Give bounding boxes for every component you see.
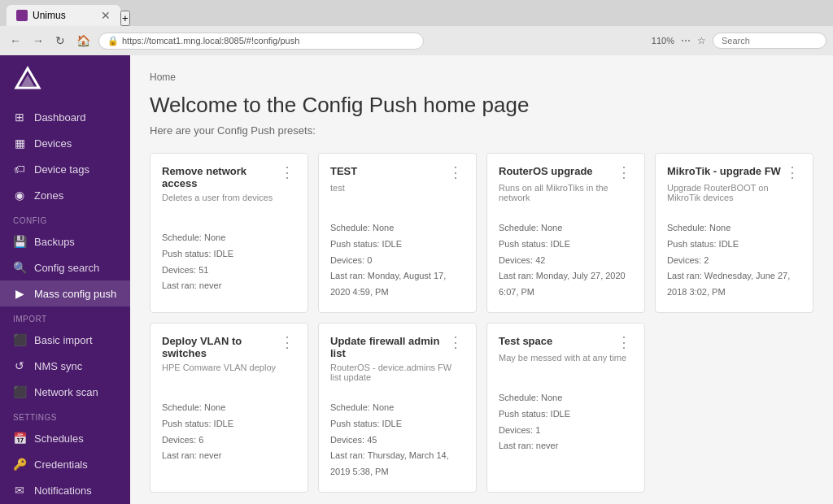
- sidebar-item-notifications[interactable]: ✉ Notifications: [0, 477, 130, 503]
- bookmark-icon[interactable]: ☆: [697, 35, 706, 46]
- sidebar-item-label: NMS sync: [34, 360, 82, 372]
- sidebar-item-zones[interactable]: ◉ Zones: [0, 182, 130, 208]
- browser-tab[interactable]: Unimus ✕: [7, 5, 120, 26]
- preset-meta: Schedule: None Push status: IDLE Devices…: [330, 400, 464, 480]
- sidebar-item-label: Schedules: [34, 432, 84, 445]
- tab-title: Unimus: [33, 10, 66, 21]
- breadcrumb: Home: [150, 72, 813, 83]
- sidebar-item-label: Mass config push: [34, 288, 116, 300]
- home-button[interactable]: 🏠: [73, 33, 94, 49]
- sidebar-item-mass-config-push[interactable]: ▶ Mass config push: [0, 280, 130, 306]
- sidebar: ⊞ Dashboard ▦ Devices 🏷 Device tags ◉ Zo…: [0, 55, 130, 504]
- config-search-icon: 🔍: [13, 261, 26, 274]
- preset-last-ran: Last ran: Wednesday, June 27, 2018 3:02,…: [667, 268, 801, 301]
- preset-menu-button[interactable]: ⋮: [615, 165, 633, 180]
- preset-desc: Upgrade RouterBOOT on MikroTik devices: [667, 183, 801, 207]
- preset-last-ran: Last ran: never: [499, 438, 633, 454]
- preset-name: RouterOS upgrade: [499, 165, 615, 177]
- preset-card-header: Test space ⋮: [499, 335, 633, 350]
- preset-devices: Devices: 0: [330, 253, 464, 269]
- preset-desc: RouterOS - device.admins FW list update: [330, 363, 464, 387]
- sidebar-item-config-search[interactable]: 🔍 Config search: [0, 254, 130, 280]
- preset-card-test[interactable]: TEST ⋮ test Schedule: None Push status: …: [318, 153, 477, 313]
- sidebar-item-credentials[interactable]: 🔑 Credentials: [0, 451, 130, 477]
- preset-card-header: TEST ⋮: [330, 165, 464, 180]
- preset-name: TEST: [330, 165, 447, 177]
- preset-devices: Devices: 1: [499, 423, 633, 439]
- preset-menu-button[interactable]: ⋮: [783, 165, 801, 180]
- preset-schedule: Schedule: None: [330, 220, 464, 237]
- browser-search-input[interactable]: [713, 33, 826, 49]
- preset-meta: Schedule: None Push status: IDLE Devices…: [330, 220, 464, 301]
- sidebar-item-label: Devices: [34, 137, 72, 150]
- dashboard-icon: ⊞: [13, 111, 26, 124]
- sidebar-item-backups[interactable]: 💾 Backups: [0, 228, 130, 254]
- sidebar-item-devices[interactable]: ▦ Devices: [0, 130, 130, 156]
- address-bar: ← → ↻ 🏠 🔒 https://tomcat1.mng.local:8085…: [0, 26, 833, 55]
- preset-menu-button[interactable]: ⋮: [447, 165, 464, 180]
- forward-button[interactable]: →: [29, 33, 47, 49]
- preset-devices: Devices: 2: [667, 253, 801, 269]
- preset-card-remove-network-access[interactable]: Remove network access ⋮ Deletes a user f…: [150, 153, 308, 313]
- preset-schedule: Schedule: None: [162, 230, 296, 246]
- preset-card-header: MikroTik - upgrade FW ⋮: [667, 165, 801, 180]
- logo-svg: [13, 65, 42, 94]
- sidebar-item-basic-import[interactable]: ⬛ Basic import: [0, 327, 130, 353]
- sidebar-item-dashboard[interactable]: ⊞ Dashboard: [0, 104, 130, 130]
- preset-menu-button[interactable]: ⋮: [447, 335, 464, 350]
- preset-name: Test space: [499, 335, 615, 347]
- preset-schedule: Schedule: None: [330, 400, 464, 416]
- preset-last-ran: Last ran: Monday, July 27, 2020 6:07, PM: [499, 268, 633, 301]
- preset-desc: HPE Comware VLAN deploy: [162, 363, 296, 387]
- page-subtitle: Here are your Config Push presets:: [150, 124, 813, 137]
- favicon: [16, 10, 28, 21]
- preset-card-mikrotik-upgrade-fw[interactable]: MikroTik - upgrade FW ⋮ Upgrade RouterBO…: [655, 153, 813, 313]
- menu-dots[interactable]: ⋯: [681, 35, 691, 46]
- preset-menu-button[interactable]: ⋮: [278, 335, 296, 350]
- preset-meta: Schedule: None Push status: IDLE Devices…: [162, 230, 296, 294]
- preset-last-ran: Last ran: never: [162, 448, 296, 464]
- breadcrumb-home[interactable]: Home: [150, 72, 176, 83]
- network-scan-icon: ⬛: [13, 385, 26, 398]
- preset-push-status: Push status: IDLE: [162, 416, 296, 432]
- config-section-label: CONFIG: [0, 208, 130, 228]
- tab-bar: Unimus ✕ +: [0, 0, 833, 26]
- preset-schedule: Schedule: None: [499, 220, 633, 237]
- preset-menu-button[interactable]: ⋮: [278, 165, 296, 180]
- preset-desc: test: [330, 183, 464, 207]
- devices-icon: ▦: [13, 137, 26, 150]
- refresh-button[interactable]: ↻: [52, 33, 68, 49]
- preset-card-deploy-vlan[interactable]: Deploy VLAN to switches ⋮ HPE Comware VL…: [150, 323, 308, 493]
- preset-push-status: Push status: IDLE: [330, 237, 464, 253]
- sidebar-item-schedules[interactable]: 📅 Schedules: [0, 425, 130, 451]
- sidebar-item-device-tags[interactable]: 🏷 Device tags: [0, 156, 130, 182]
- back-button[interactable]: ←: [7, 33, 24, 49]
- preset-name: Update firewall admin list: [330, 335, 447, 359]
- main-content: Home Welcome to the Config Push home pag…: [130, 55, 833, 504]
- preset-push-status: Push status: IDLE: [667, 237, 801, 253]
- preset-last-ran: Last ran: never: [162, 278, 296, 294]
- preset-push-status: Push status: IDLE: [499, 406, 633, 423]
- url-bar[interactable]: 🔒 https://tomcat1.mng.local:8085/#!confi…: [98, 33, 424, 50]
- sidebar-item-network-scan[interactable]: ⬛ Network scan: [0, 379, 130, 405]
- preset-last-ran: Last ran: Thursday, March 14, 2019 5:38,…: [330, 448, 464, 480]
- preset-menu-button[interactable]: ⋮: [615, 335, 633, 350]
- preset-card-update-firewall[interactable]: Update firewall admin list ⋮ RouterOS - …: [318, 323, 477, 493]
- tab-close-button[interactable]: ✕: [101, 9, 111, 22]
- preset-card-test-space[interactable]: Test space ⋮ May be messed with at any t…: [486, 323, 645, 493]
- credentials-icon: 🔑: [13, 458, 26, 471]
- preset-name: Deploy VLAN to switches: [162, 335, 278, 359]
- preset-schedule: Schedule: None: [499, 390, 633, 406]
- device-tags-icon: 🏷: [13, 163, 26, 176]
- preset-meta: Schedule: None Push status: IDLE Devices…: [667, 220, 801, 301]
- preset-devices: Devices: 45: [330, 432, 464, 449]
- notifications-icon: ✉: [13, 484, 26, 497]
- sidebar-item-label: Device tags: [34, 163, 89, 176]
- preset-card-routeros-upgrade[interactable]: RouterOS upgrade ⋮ Runs on all MikroTiks…: [486, 153, 645, 313]
- page-title: Welcome to the Config Push home page: [150, 93, 813, 118]
- browser-chrome: Unimus ✕ + ← → ↻ 🏠 🔒 https://tomcat1.mng…: [0, 0, 833, 55]
- preset-schedule: Schedule: None: [162, 400, 296, 416]
- preset-schedule: Schedule: None: [667, 220, 801, 237]
- new-tab-button[interactable]: +: [120, 11, 130, 26]
- sidebar-item-nms-sync[interactable]: ↺ NMS sync: [0, 353, 130, 379]
